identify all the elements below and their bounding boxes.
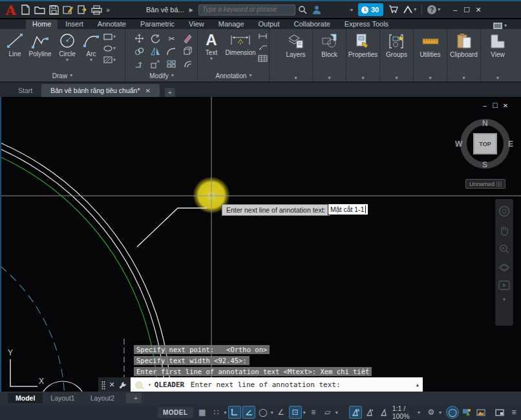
selection-dropdown-icon[interactable]: ▾ [335, 410, 338, 415]
line-tool[interactable]: Line [4, 29, 26, 58]
status-tray-icon[interactable]: ·▾ [348, 6, 353, 13]
hatch-tool[interactable]: ▾ [102, 55, 116, 65]
add-layout-button[interactable]: + [126, 393, 142, 403]
qat-more-icon[interactable]: » [103, 3, 112, 17]
command-input-field[interactable]: ▾ QLEADER Enter next line of annotation … [131, 377, 423, 392]
command-bar-grip[interactable]: ✕ [98, 377, 131, 392]
maximize-button[interactable]: ☐ [461, 5, 473, 15]
tab-annotate[interactable]: Annotate [91, 19, 133, 29]
selection-cycling-icon[interactable]: ▱ [321, 406, 334, 419]
file-tab-close-icon[interactable]: ✕ [145, 87, 151, 94]
customization-gear-icon[interactable]: ⚙ [425, 406, 438, 419]
offset-icon[interactable] [183, 60, 193, 70]
tab-manage[interactable]: Manage [212, 19, 251, 29]
snap-mode-icon[interactable]: ∷ [210, 406, 223, 419]
search-input[interactable] [199, 6, 295, 13]
annotation-scale-value[interactable]: 1:1 / 100% [392, 404, 416, 420]
tab-layout1[interactable]: Layout1 [43, 393, 82, 403]
stretch-icon[interactable] [134, 60, 144, 70]
tab-layout2[interactable]: Layout2 [83, 393, 122, 403]
autoscale-icon[interactable] [363, 406, 376, 419]
annotation-text-input[interactable]: Mặt cắt 1-1 [328, 204, 368, 215]
object-snap-tracking-icon[interactable]: ∠ [275, 406, 288, 419]
panel-utilities[interactable]: Utilities ▾ [414, 29, 447, 81]
viewcube-west[interactable]: W [455, 140, 462, 149]
zoom-icon[interactable] [498, 243, 510, 255]
open-folder-icon[interactable] [32, 3, 47, 17]
panel-block[interactable]: Block ▾ [313, 29, 346, 81]
close-button[interactable]: ✕ [473, 5, 484, 15]
panel-properties[interactable]: Properties ▾ [346, 29, 380, 81]
scale-dropdown-icon[interactable]: ▾ [418, 410, 420, 415]
isodraft-dropdown-icon[interactable]: ▾ [271, 410, 273, 415]
polyline-tool[interactable]: Polyline [26, 29, 54, 58]
erase-icon[interactable] [183, 34, 193, 45]
autodesk-app-icon[interactable]: ▾ [403, 6, 416, 14]
save-as-icon[interactable] [61, 3, 75, 17]
object-snap-icon[interactable]: ⊡ [289, 406, 302, 419]
navbar-more-icon[interactable]: ▾ [503, 298, 505, 302]
annotation-scale-icon[interactable] [377, 406, 390, 419]
dimension-tool[interactable]: Dimension [223, 29, 258, 56]
drawing-canvas[interactable]: Y X – ☐ ✕ N S W E TOP Unnamed ▾ Enter ne… [0, 97, 521, 392]
tab-view[interactable]: View [182, 19, 211, 29]
fillet-icon[interactable] [167, 47, 176, 57]
new-tab-button[interactable]: + [165, 88, 175, 97]
mirror-icon[interactable] [151, 47, 160, 57]
viewcube-north[interactable]: N [482, 119, 488, 128]
isolate-objects-icon[interactable]: ◯ [446, 406, 459, 419]
model-space-button[interactable]: MODEL [158, 407, 193, 418]
polar-tracking-icon[interactable] [242, 406, 255, 419]
text-tool[interactable]: A Text ▾ [201, 29, 222, 61]
tab-express-tools[interactable]: Express Tools [338, 19, 395, 29]
command-expand-icon[interactable]: ▲ [416, 383, 419, 388]
viewcube-south[interactable]: S [482, 160, 487, 169]
search-icon[interactable] [295, 3, 310, 17]
linear-dim-icon[interactable] [258, 33, 268, 41]
tab-collaborate[interactable]: Collaborate [288, 19, 337, 29]
trim-icon[interactable]: ✂ [168, 34, 175, 43]
tab-parametric[interactable]: Parametric [134, 19, 181, 29]
showmotion-icon[interactable] [498, 280, 510, 291]
status-menu-icon[interactable]: ≡ [507, 406, 520, 419]
new-file-icon[interactable] [18, 3, 32, 17]
viewcube-top-face[interactable]: TOP [473, 133, 497, 154]
leader-icon[interactable] [258, 44, 268, 52]
drawing-restore-icon[interactable]: ☐ [490, 102, 500, 109]
panel-modify-footer[interactable]: Modify▾ [126, 71, 197, 80]
arc-tool[interactable]: Arc ▾ [81, 29, 101, 62]
print-icon[interactable] [89, 3, 103, 17]
panel-layers[interactable]: Layers ▾ [279, 29, 313, 81]
customize-wrench-icon[interactable] [118, 381, 127, 390]
tab-insert[interactable]: Insert [59, 19, 90, 29]
clean-screen-icon[interactable] [493, 406, 506, 419]
minimize-button[interactable]: – [449, 5, 461, 15]
sign-in-icon[interactable] [310, 3, 324, 17]
osnap-dropdown-icon[interactable]: ▾ [303, 410, 306, 415]
tab-home[interactable]: Home [26, 19, 58, 29]
panel-annotation-footer[interactable]: Annotation▾ [198, 71, 269, 80]
orbit-icon[interactable] [498, 262, 510, 273]
circle-tool[interactable]: Circle ▾ [56, 29, 79, 62]
lineweight-icon[interactable]: ≡ [307, 406, 320, 419]
ribbon-display-toggle[interactable]: ▾ [493, 23, 507, 29]
drawing-close-icon[interactable]: ✕ [500, 102, 511, 109]
array-icon[interactable] [167, 60, 176, 70]
file-tab-document[interactable]: Bản vẽ bánh răng tiêu chuẩn* ✕ [41, 84, 160, 97]
rotate-icon[interactable] [151, 34, 160, 45]
annotation-visibility-icon[interactable] [349, 406, 362, 419]
command-close-icon[interactable]: ✕ [109, 381, 114, 389]
snap-dropdown-icon[interactable]: ▾ [224, 410, 227, 415]
panel-groups[interactable]: Groups ▾ [380, 29, 414, 81]
rectangle-tool[interactable]: ▾ [102, 32, 116, 41]
panel-draw-footer[interactable]: Draw▾ [0, 71, 125, 80]
pan-hand-icon[interactable] [498, 224, 510, 236]
file-tab-start[interactable]: Start [9, 84, 41, 97]
ortho-mode-icon[interactable] [228, 406, 241, 419]
gear-dropdown-icon[interactable]: ▾ [439, 410, 441, 415]
help-icon[interactable]: ? ▾ [427, 5, 440, 14]
viewcube-east[interactable]: E [508, 140, 513, 149]
cart-icon[interactable] [388, 5, 398, 15]
tab-model[interactable]: Model [8, 393, 43, 403]
grid-display-icon[interactable]: ▦ [196, 406, 209, 419]
